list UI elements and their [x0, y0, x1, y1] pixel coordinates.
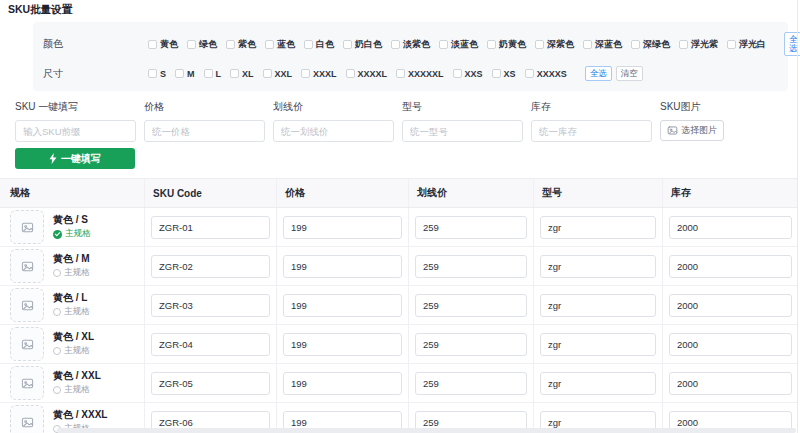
color-filter-label: 颜色: [43, 37, 148, 51]
size-option-checkbox[interactable]: S: [148, 69, 166, 79]
color-option-checkbox[interactable]: 紫色: [226, 38, 256, 51]
size-select-all-button[interactable]: 全选: [585, 66, 612, 81]
strike-price-input[interactable]: [415, 333, 527, 356]
color-filter-row: 颜色 黄色 绿色 紫色 蓝色 白色 奶白色 淡紫色 淡蓝色 奶黄色 深紫色 深蓝…: [43, 32, 788, 57]
checkbox-icon: [230, 69, 239, 78]
radio-unchecked-icon: [53, 347, 61, 355]
color-option-checkbox[interactable]: 白色: [304, 38, 334, 51]
color-option-checkbox[interactable]: 浮光白: [727, 38, 766, 51]
sku-code-input[interactable]: [151, 372, 270, 395]
bulk-price-input[interactable]: [144, 120, 265, 142]
horizontal-scrollbar[interactable]: [57, 428, 796, 433]
attribute-filter-panel: 颜色 黄色 绿色 紫色 蓝色 白色 奶白色 淡紫色 淡蓝色 奶黄色 深紫色 深蓝…: [33, 22, 788, 91]
color-option-checkbox[interactable]: 绿色: [187, 38, 217, 51]
bulk-stock-label: 库存: [531, 100, 652, 114]
size-options: S M L XL XXL XXXL XXXXL XXXXXL XXS XS XX…: [148, 66, 643, 81]
bulk-sku-input[interactable]: [15, 120, 136, 142]
checkbox-icon: [535, 40, 544, 49]
sku-image-upload[interactable]: [10, 249, 44, 283]
model-input[interactable]: [540, 372, 656, 395]
sku-image-upload[interactable]: [10, 327, 44, 361]
size-option-checkbox[interactable]: XS: [492, 69, 516, 79]
table-row: 黄色 / XL 主规格: [0, 325, 798, 364]
sku-code-input[interactable]: [151, 255, 270, 278]
checkbox-icon: [487, 40, 496, 49]
size-clear-button[interactable]: 清空: [616, 66, 643, 81]
price-input[interactable]: [283, 294, 402, 317]
color-option-checkbox[interactable]: 奶白色: [343, 38, 382, 51]
page-title: SKU批量设置: [8, 3, 72, 17]
model-input[interactable]: [540, 255, 656, 278]
image-icon: [21, 221, 34, 234]
color-option-checkbox[interactable]: 深紫色: [535, 38, 574, 51]
main-spec-radio[interactable]: 主规格: [53, 345, 94, 357]
price-input[interactable]: [283, 216, 402, 239]
size-option-checkbox[interactable]: XXS: [453, 69, 483, 79]
size-option-checkbox[interactable]: L: [204, 69, 222, 79]
color-option-checkbox[interactable]: 黄色: [148, 38, 178, 51]
bulk-model-input[interactable]: [402, 120, 523, 142]
color-options: 黄色 绿色 紫色 蓝色 白色 奶白色 淡紫色 淡蓝色 奶黄色 深紫色 深蓝色 深…: [148, 32, 800, 57]
sku-image-upload[interactable]: [10, 405, 44, 433]
model-input[interactable]: [540, 216, 656, 239]
strike-price-input[interactable]: [415, 216, 527, 239]
image-icon: [21, 260, 34, 273]
color-option-checkbox[interactable]: 深蓝色: [583, 38, 622, 51]
checkbox-icon: [304, 40, 313, 49]
color-option-checkbox[interactable]: 淡蓝色: [439, 38, 478, 51]
strike-price-input[interactable]: [415, 255, 527, 278]
color-option-checkbox[interactable]: 浮光紫: [679, 38, 718, 51]
bulk-sku-label: SKU 一键填写: [15, 100, 136, 114]
bulk-price-label: 价格: [144, 100, 265, 114]
sku-code-input[interactable]: [151, 294, 270, 317]
stock-input[interactable]: [669, 333, 792, 356]
table-row: 黄色 / XXL 主规格: [0, 364, 798, 403]
color-option-checkbox[interactable]: 奶黄色: [487, 38, 526, 51]
sku-image-upload[interactable]: [10, 366, 44, 400]
table-row: 黄色 / L 主规格: [0, 286, 798, 325]
stock-input[interactable]: [669, 294, 792, 317]
one-click-fill-button[interactable]: 一键填写: [15, 148, 135, 169]
size-option-checkbox[interactable]: XXXXS: [525, 69, 567, 79]
size-option-checkbox[interactable]: M: [175, 69, 195, 79]
checkbox-icon: [226, 40, 235, 49]
model-input[interactable]: [540, 333, 656, 356]
sku-code-input[interactable]: [151, 216, 270, 239]
bulk-strike-price-input[interactable]: [273, 120, 394, 142]
strike-price-input[interactable]: [415, 372, 527, 395]
model-input[interactable]: [540, 294, 656, 317]
bulk-stock-input[interactable]: [531, 120, 652, 142]
stock-input[interactable]: [669, 372, 792, 395]
stock-input[interactable]: [669, 255, 792, 278]
color-option-checkbox[interactable]: 蓝色: [265, 38, 295, 51]
checkbox-icon: [727, 40, 736, 49]
main-spec-radio[interactable]: 主规格: [53, 384, 101, 396]
header-model: 型号: [534, 179, 663, 207]
bulk-stock-field: 库存: [531, 100, 652, 142]
price-input[interactable]: [283, 333, 402, 356]
bulk-image-field: SKU图片 选择图片: [660, 100, 781, 142]
strike-price-input[interactable]: [415, 294, 527, 317]
sku-image-upload[interactable]: [10, 288, 44, 322]
select-image-button[interactable]: 选择图片: [660, 120, 724, 141]
main-spec-radio[interactable]: 主规格: [53, 228, 91, 240]
price-input[interactable]: [283, 372, 402, 395]
color-option-checkbox[interactable]: 淡紫色: [391, 38, 430, 51]
main-spec-radio[interactable]: 主规格: [53, 267, 90, 279]
stock-input[interactable]: [669, 216, 792, 239]
size-option-checkbox[interactable]: XXXXL: [346, 69, 388, 79]
sku-image-upload[interactable]: [10, 210, 44, 244]
checkbox-icon: [148, 40, 157, 49]
size-option-checkbox[interactable]: XXXXXL: [396, 69, 444, 79]
price-input[interactable]: [283, 255, 402, 278]
size-option-checkbox[interactable]: XL: [230, 69, 254, 79]
size-option-checkbox[interactable]: XXXL: [301, 69, 337, 79]
size-option-checkbox[interactable]: XXL: [263, 69, 293, 79]
color-option-checkbox[interactable]: 深绿色: [631, 38, 670, 51]
radio-unchecked-icon: [53, 308, 61, 316]
main-spec-radio[interactable]: 主规格: [53, 306, 90, 318]
sku-code-input[interactable]: [151, 333, 270, 356]
checkbox-icon: [187, 40, 196, 49]
size-filter-row: 尺寸 S M L XL XXL XXXL XXXXL XXXXXL XXS XS…: [43, 66, 788, 81]
checkbox-icon: [263, 69, 272, 78]
